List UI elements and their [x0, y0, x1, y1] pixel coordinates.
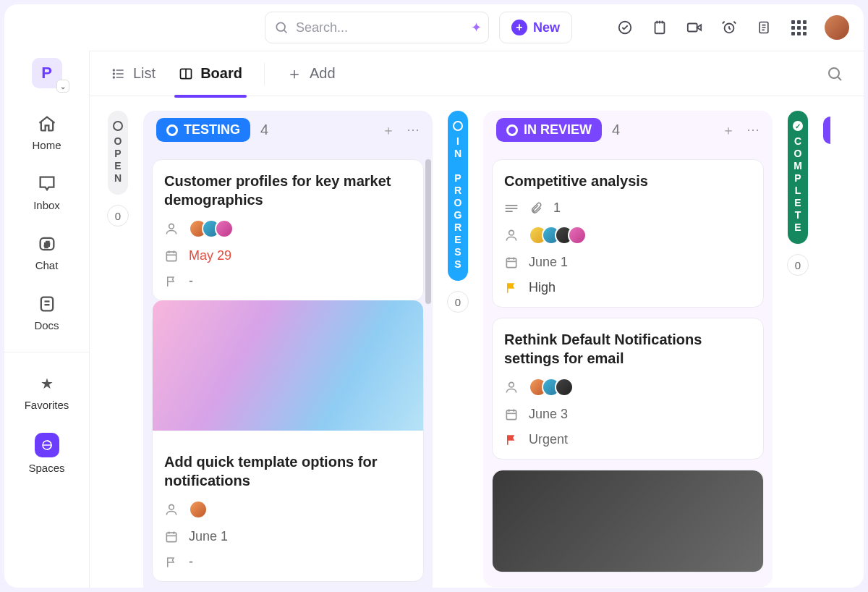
column-in-review-cards: Competitive analysis 1 — [486, 159, 770, 587]
nav-inbox[interactable]: Inbox — [4, 169, 89, 216]
new-button-label: New — [533, 20, 560, 35]
column-in-review-actions: ＋ ⋯ — [722, 122, 760, 139]
my-tasks-icon[interactable] — [616, 19, 634, 36]
plus-circle-icon: + — [511, 20, 527, 35]
board-search-icon[interactable] — [826, 65, 843, 83]
new-button[interactable]: + New — [499, 12, 572, 43]
tab-board[interactable]: Board — [177, 61, 244, 86]
svg-rect-31 — [166, 252, 176, 261]
column-in-review-label: IN REVIEW — [524, 122, 592, 138]
column-complete-collapsed[interactable]: ✓ COMPLETE 0 — [787, 111, 809, 276]
task-priority[interactable]: High — [529, 280, 556, 295]
star-icon: ★ — [36, 373, 58, 394]
svg-rect-49 — [506, 410, 516, 420]
nav-favorites[interactable]: ★ Favorites — [4, 368, 89, 415]
task-due-date[interactable]: June 3 — [529, 407, 568, 422]
task-priority[interactable]: - — [189, 554, 193, 570]
calendar-icon — [164, 249, 179, 263]
more-icon[interactable]: ⋯ — [746, 122, 760, 139]
svg-text:#: # — [44, 240, 49, 249]
board-area: OPEN 0 TESTING 4 ＋ ⋯ — [90, 96, 864, 588]
workspace-switcher[interactable]: P ⌄ — [32, 58, 62, 88]
task-due-date[interactable]: June 1 — [189, 529, 228, 544]
task-card[interactable] — [492, 470, 764, 572]
spaces-icon — [35, 433, 59, 457]
assignee-stack[interactable] — [189, 219, 234, 238]
task-assignees-row — [504, 378, 752, 397]
column-in-progress-pill[interactable]: IN PROGRESS — [448, 111, 468, 281]
task-card[interactable]: Competitive analysis 1 — [492, 159, 764, 308]
nav-home[interactable]: Home — [4, 109, 89, 156]
calendar-icon — [504, 407, 519, 422]
svg-point-24 — [114, 73, 115, 75]
flag-icon — [164, 556, 179, 569]
column-in-review-tag[interactable]: IN REVIEW — [496, 118, 602, 142]
doc-icon[interactable] — [755, 19, 773, 36]
notepad-icon[interactable] — [651, 19, 668, 36]
column-testing-count: 4 — [260, 122, 268, 138]
status-dot-icon — [113, 121, 123, 131]
column-in-progress-collapsed[interactable]: IN PROGRESS 0 — [447, 111, 469, 313]
more-icon[interactable]: ⋯ — [407, 122, 420, 139]
global-search[interactable]: ✦ — [265, 12, 489, 43]
flag-urgent-icon — [504, 434, 519, 447]
nav-home-label: Home — [32, 139, 61, 151]
tab-list-label: List — [133, 65, 156, 82]
add-task-icon[interactable]: ＋ — [722, 122, 735, 139]
task-date-row: June 1 — [164, 529, 412, 544]
user-avatar[interactable] — [825, 15, 849, 40]
chevron-down-icon[interactable]: ⌄ — [56, 80, 69, 93]
plus-icon: ＋ — [286, 63, 302, 85]
column-open-label: OPEN — [112, 135, 124, 185]
assignee-icon — [164, 502, 179, 517]
ai-sparkle-icon[interactable]: ✦ — [471, 20, 482, 35]
column-open-pill[interactable]: OPEN — [108, 111, 128, 195]
column-complete-pill[interactable]: ✓ COMPLETE — [788, 111, 808, 244]
sidebar-separator — [4, 352, 89, 352]
task-priority-row: - — [164, 554, 412, 570]
svg-point-35 — [169, 504, 174, 509]
svg-point-43 — [509, 230, 514, 235]
assignee-stack[interactable] — [189, 500, 208, 519]
column-complete-label: COMPLETE — [792, 135, 804, 234]
search-input[interactable] — [296, 20, 464, 35]
task-title: Competitive analysis — [504, 172, 752, 190]
task-priority[interactable]: - — [189, 274, 193, 289]
home-icon — [36, 113, 58, 135]
task-assignees-row — [164, 500, 412, 519]
assignee-icon — [164, 221, 179, 236]
task-due-date[interactable]: May 29 — [189, 248, 231, 263]
task-card[interactable]: Add quick template options for notificat… — [152, 311, 424, 582]
task-card[interactable]: Rethink Default Notifications settings f… — [492, 318, 764, 460]
column-scrollbar[interactable] — [425, 159, 431, 304]
status-dot-icon — [453, 121, 463, 131]
assignee-icon — [504, 380, 519, 394]
svg-point-30 — [169, 224, 174, 229]
task-cover-image — [493, 470, 763, 572]
column-testing-cards: Customer profiles for key market demogra… — [146, 159, 430, 588]
column-open-collapsed[interactable]: OPEN 0 — [107, 111, 129, 227]
tab-add-view[interactable]: ＋ Add — [285, 59, 337, 89]
task-assignees-row — [164, 219, 412, 238]
add-task-icon[interactable]: ＋ — [382, 122, 395, 139]
column-testing-tag[interactable]: TESTING — [156, 118, 250, 142]
tab-list[interactable]: List — [110, 61, 157, 86]
task-assignees-row — [504, 226, 752, 245]
status-check-icon: ✓ — [793, 121, 803, 131]
column-next-peek[interactable] — [823, 117, 830, 144]
reminder-icon[interactable] — [720, 19, 738, 36]
nav-spaces[interactable]: Spaces — [4, 428, 89, 478]
task-card[interactable]: Customer profiles for key market demogra… — [152, 159, 424, 301]
assignee-stack[interactable] — [529, 226, 587, 245]
nav-docs[interactable]: Docs — [4, 289, 89, 336]
svg-line-29 — [838, 77, 842, 80]
record-icon[interactable] — [686, 19, 703, 36]
svg-point-23 — [114, 69, 115, 71]
apps-icon[interactable] — [790, 19, 807, 36]
calendar-icon — [504, 255, 519, 270]
attachment-count: 1 — [553, 200, 561, 216]
task-priority[interactable]: Urgent — [529, 432, 568, 447]
nav-chat[interactable]: # Chat — [4, 229, 89, 276]
assignee-stack[interactable] — [529, 378, 574, 397]
task-due-date[interactable]: June 1 — [529, 255, 568, 270]
